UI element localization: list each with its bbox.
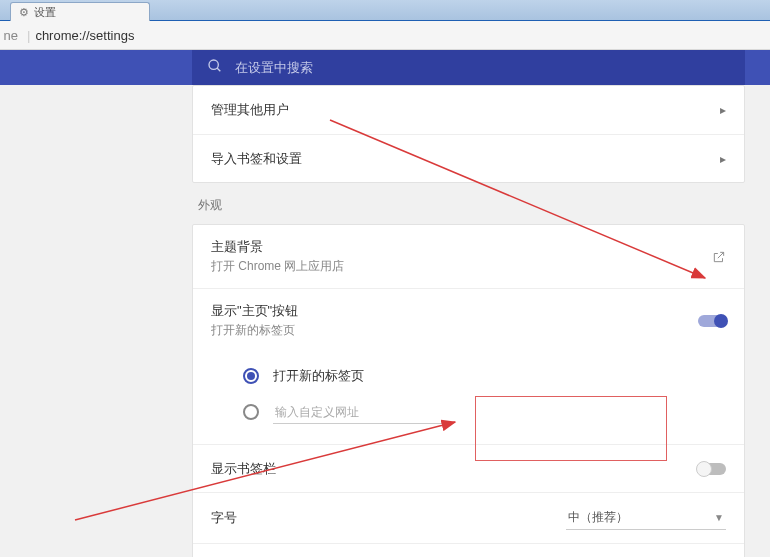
show-bookmarks-bar-label: 显示书签栏 bbox=[211, 460, 276, 478]
chevron-right-icon: ▸ bbox=[720, 152, 726, 166]
custom-url-input[interactable] bbox=[273, 401, 443, 424]
font-size-label: 字号 bbox=[211, 509, 237, 527]
address-bar[interactable]: ne | chrome://settings bbox=[0, 21, 770, 50]
font-size-row: 字号 中（推荐） ▼ bbox=[193, 492, 744, 543]
appearance-section-label: 外观 bbox=[198, 197, 745, 214]
svg-line-1 bbox=[217, 68, 220, 71]
svg-point-0 bbox=[209, 60, 218, 69]
gear-icon: ⚙ bbox=[19, 6, 29, 19]
appearance-card: 主题背景 打开 Chrome 网上应用店 显示"主页"按钮 打开新的标签页 打开… bbox=[192, 224, 745, 557]
radio-custom-url-row[interactable] bbox=[243, 394, 726, 430]
import-bookmarks-row[interactable]: 导入书签和设置 ▸ bbox=[193, 134, 744, 182]
address-sep: | bbox=[27, 28, 30, 43]
radio-new-tab[interactable] bbox=[243, 368, 259, 384]
browser-tab-settings[interactable]: ⚙ 设置 bbox=[10, 2, 150, 21]
browser-tab-bar: ⚙ 设置 bbox=[0, 0, 770, 21]
address-prefix: ne bbox=[0, 28, 22, 43]
radio-new-tab-label: 打开新的标签页 bbox=[273, 367, 364, 385]
chevron-down-icon: ▼ bbox=[714, 512, 724, 523]
font-size-dropdown[interactable]: 中（推荐） ▼ bbox=[566, 506, 726, 530]
open-external-icon bbox=[712, 250, 726, 264]
radio-custom-url[interactable] bbox=[243, 404, 259, 420]
show-home-button-sub: 打开新的标签页 bbox=[211, 322, 298, 339]
users-card: 管理其他用户 ▸ 导入书签和设置 ▸ bbox=[192, 85, 745, 183]
chevron-right-icon: ▸ bbox=[720, 103, 726, 117]
address-url: chrome://settings bbox=[35, 28, 134, 43]
settings-search[interactable] bbox=[192, 50, 745, 85]
search-icon bbox=[207, 58, 223, 78]
settings-content: 管理其他用户 ▸ 导入书签和设置 ▸ 外观 主题背景 打开 Chrome 网上应… bbox=[192, 85, 745, 557]
show-home-button-toggle[interactable] bbox=[698, 315, 726, 327]
tab-title: 设置 bbox=[34, 5, 56, 20]
show-home-button-title: 显示"主页"按钮 bbox=[211, 302, 298, 320]
show-bookmarks-bar-toggle[interactable] bbox=[698, 463, 726, 475]
manage-other-users-label: 管理其他用户 bbox=[211, 101, 289, 119]
custom-fonts-row[interactable]: 自定义字体 ▸ bbox=[193, 543, 744, 557]
home-button-radio-group: 打开新的标签页 bbox=[193, 352, 744, 444]
font-size-value: 中（推荐） bbox=[568, 509, 628, 526]
import-bookmarks-label: 导入书签和设置 bbox=[211, 150, 302, 168]
radio-new-tab-row[interactable]: 打开新的标签页 bbox=[243, 358, 726, 394]
settings-search-input[interactable] bbox=[235, 60, 730, 75]
theme-title: 主题背景 bbox=[211, 238, 344, 256]
theme-sub: 打开 Chrome 网上应用店 bbox=[211, 258, 344, 275]
manage-other-users-row[interactable]: 管理其他用户 ▸ bbox=[193, 86, 744, 134]
theme-row[interactable]: 主题背景 打开 Chrome 网上应用店 bbox=[193, 225, 744, 288]
show-bookmarks-bar-row: 显示书签栏 bbox=[193, 444, 744, 492]
show-home-button-row: 显示"主页"按钮 打开新的标签页 bbox=[193, 288, 744, 352]
